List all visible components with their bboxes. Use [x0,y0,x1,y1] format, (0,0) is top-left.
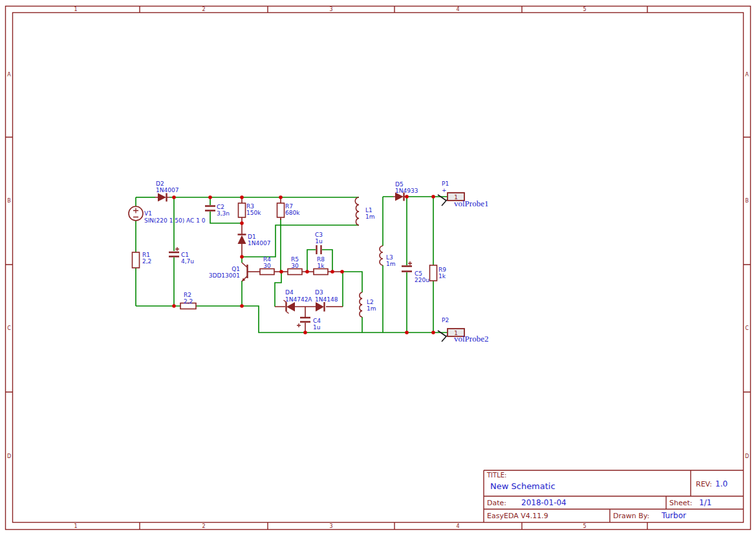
component-value: 1m [386,261,396,267]
component-L3[interactable]: L3 1m [380,246,396,267]
component-value: 1m [365,213,375,220]
component-R2[interactable]: R2 2,2 [180,292,196,309]
component-R4[interactable]: R4 30 [260,256,288,275]
probe-P1[interactable]: 1 P1 + volProbe1 [438,180,488,208]
component-R8[interactable]: R8 1k [314,256,343,275]
component-R9[interactable]: R9 1k [430,265,447,281]
frame-row-label: D [7,453,11,459]
frame-column-label: 4 [456,6,459,12]
rev-label: REV: [696,480,712,488]
component-value: 1m [367,305,376,312]
component-value: 220u [415,277,429,283]
component-designator: C2 [217,204,224,210]
frame-row-label: B [745,198,749,204]
component-designator: R7 [285,203,293,210]
component-value: 1k [438,273,446,279]
sheet-value[interactable]: 1/1 [699,498,711,507]
probe-designator: P2 [442,317,449,323]
title-label: TITLE: [486,472,506,479]
frame-row-label: D [745,453,749,459]
frame-row-label: C [7,325,11,331]
component-R3[interactable]: R3 150k [239,198,262,223]
component-designator: D5 [395,181,404,188]
component-value: 2,2 [184,298,193,305]
frame-column-label: 2 [202,6,205,12]
frame-row-ticks-right [744,137,751,392]
rev-value[interactable]: 1.0 [715,479,728,488]
component-designator: R2 [184,292,191,298]
wire[interactable] [136,306,448,333]
frame-column-label: 4 [456,523,459,529]
component-designator: R4 [263,256,271,263]
component-designator: D4 [285,289,294,296]
component-value: 1k [318,263,325,269]
sheet-frame: 1 2 3 4 5 1 2 3 4 5 A B C D A B C D [6,6,751,530]
junction-dots [172,195,435,334]
component-designator: L1 [365,207,373,213]
component-designator: L3 [386,254,393,261]
frame-row-label: A [745,72,749,78]
component-R5[interactable]: R5 30 [288,256,314,275]
frame-inner-border [13,13,744,523]
component-L2[interactable]: L2 1m [360,292,376,317]
component-value: 1u [313,324,320,331]
date-value[interactable]: 2018-01-04 [521,498,567,507]
component-value: 3,3n [217,210,230,217]
component-designator: Q1 [232,266,240,272]
component-designator: D3 [315,289,323,296]
component-designator: L2 [367,299,374,305]
component-Q1[interactable]: Q1 3DD13001 [209,263,260,281]
frame-row-label: B [7,198,11,204]
component-designator: C3 [315,232,323,238]
component-value: 2,2 [142,258,151,265]
frame-outer-border [6,6,751,530]
frame-column-label: 3 [329,523,332,529]
component-value: 1N4007 [248,240,270,246]
component-designator: R1 [142,252,150,258]
component-designator: C1 [181,252,189,258]
frame-column-label: 1 [74,6,77,12]
frame-column-label: 5 [583,6,586,12]
frame-column-label: 5 [583,523,586,529]
component-value: 150k [246,210,261,216]
schematic-title[interactable]: New Schematic [490,481,556,491]
title-block: TITLE: New Schematic REV: 1.0 Date: 2018… [484,470,744,523]
component-C4[interactable]: C4 1u [297,307,321,333]
component-V1[interactable]: V1 SIN(220 1 50) AC 1 0 [129,206,206,224]
sheet-label: Sheet: [669,499,693,507]
component-designator: R5 [291,256,299,263]
component-R7[interactable]: R7 680k [277,198,301,220]
component-R1[interactable]: R1 2,2 [133,252,152,268]
component-value: 4,7u [181,258,194,265]
component-C5[interactable]: C5 220u [402,261,429,283]
probe-designator: P1 [442,180,449,187]
component-value: SIN(220 1 50) AC 1 0 [144,217,206,224]
component-D4[interactable]: D4 1N4742A [275,289,316,314]
component-value: 1N4742A [285,296,312,303]
frame-row-label: C [745,325,749,331]
probe-P2[interactable]: 1 P2 volProbe2 [438,317,488,344]
frame-column-label: 2 [202,523,205,529]
component-D3[interactable]: D3 1N4148 [315,289,343,312]
component-value: 30 [263,263,271,269]
component-designator: V1 [144,210,152,217]
component-value: 1N4007 [156,187,178,193]
component-C3[interactable]: C3 1u [315,232,323,254]
component-L1[interactable]: L1 1m [355,197,374,225]
frame-column-label: 1 [74,523,77,529]
probe-net-label: volProbe1 [454,199,488,208]
drawn-by-value[interactable]: Turbor [661,511,686,520]
component-C2[interactable]: C2 3,3n [205,204,230,217]
component-D1[interactable]: D1 1N4007 [238,223,271,257]
component-value: 30 [291,263,299,269]
probe-polarity: + [442,187,447,193]
frame-row-label: A [7,72,11,78]
component-C1[interactable]: C1 4,7u [169,247,194,265]
frame-row-ticks-left [6,137,13,392]
component-value: 1N4148 [315,296,338,303]
component-designator: D1 [248,234,256,240]
component-designator: C5 [415,270,422,277]
tool-version: EasyEDA V4.11.9 [487,512,548,520]
component-designator: R3 [246,203,254,210]
schematic-sheet: 1 2 3 4 5 1 2 3 4 5 A B C D A B C D TITL… [0,0,756,535]
